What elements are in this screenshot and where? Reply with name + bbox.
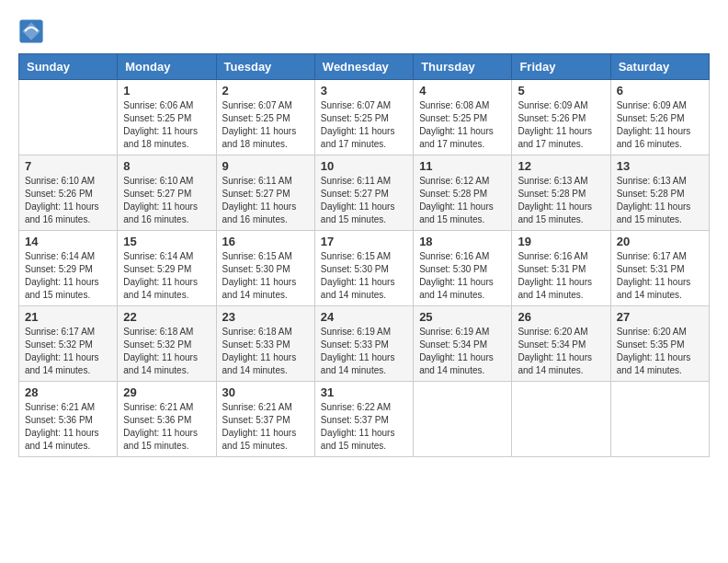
day-number: 22 <box>123 310 210 324</box>
calendar-week-4: 21Sunrise: 6:17 AMSunset: 5:32 PMDayligh… <box>19 306 710 382</box>
day-number: 18 <box>419 235 506 248</box>
calendar-cell: 5Sunrise: 6:09 AMSunset: 5:26 PMDaylight… <box>512 80 610 155</box>
day-detail: Sunrise: 6:09 AMSunset: 5:26 PMDaylight:… <box>518 99 604 151</box>
day-number: 31 <box>321 385 407 399</box>
logo <box>18 18 48 44</box>
calendar-cell: 18Sunrise: 6:16 AMSunset: 5:30 PMDayligh… <box>414 231 512 306</box>
calendar-cell: 30Sunrise: 6:21 AMSunset: 5:37 PMDayligh… <box>216 382 314 457</box>
calendar-cell: 3Sunrise: 6:07 AMSunset: 5:25 PMDaylight… <box>314 80 413 155</box>
day-number: 17 <box>321 235 407 248</box>
day-detail: Sunrise: 6:10 AMSunset: 5:26 PMDaylight:… <box>25 175 111 226</box>
calendar-cell: 25Sunrise: 6:19 AMSunset: 5:34 PMDayligh… <box>414 306 512 382</box>
day-number: 24 <box>321 310 407 324</box>
calendar-table: SundayMondayTuesdayWednesdayThursdayFrid… <box>18 53 710 457</box>
day-number: 7 <box>25 159 111 173</box>
day-number: 15 <box>123 235 210 248</box>
day-header-monday: Monday <box>118 54 216 80</box>
calendar-cell: 14Sunrise: 6:14 AMSunset: 5:29 PMDayligh… <box>19 231 118 306</box>
page-header <box>18 18 710 44</box>
day-number: 5 <box>518 84 604 98</box>
calendar-cell: 19Sunrise: 6:16 AMSunset: 5:31 PMDayligh… <box>512 231 610 306</box>
calendar-week-5: 28Sunrise: 6:21 AMSunset: 5:36 PMDayligh… <box>19 382 710 457</box>
day-number: 30 <box>222 385 309 399</box>
calendar-cell: 4Sunrise: 6:08 AMSunset: 5:25 PMDaylight… <box>414 80 512 155</box>
day-detail: Sunrise: 6:11 AMSunset: 5:27 PMDaylight:… <box>222 175 309 226</box>
day-number: 16 <box>222 235 309 248</box>
day-detail: Sunrise: 6:18 AMSunset: 5:33 PMDaylight:… <box>222 326 309 377</box>
calendar-cell: 20Sunrise: 6:17 AMSunset: 5:31 PMDayligh… <box>610 231 709 306</box>
day-detail: Sunrise: 6:20 AMSunset: 5:35 PMDaylight:… <box>617 326 703 377</box>
day-detail: Sunrise: 6:07 AMSunset: 5:25 PMDaylight:… <box>321 99 407 151</box>
calendar-header: SundayMondayTuesdayWednesdayThursdayFrid… <box>19 54 710 80</box>
calendar-week-3: 14Sunrise: 6:14 AMSunset: 5:29 PMDayligh… <box>19 231 710 306</box>
day-detail: Sunrise: 6:21 AMSunset: 5:36 PMDaylight:… <box>123 401 210 453</box>
day-header-friday: Friday <box>512 54 610 80</box>
calendar-cell: 31Sunrise: 6:22 AMSunset: 5:37 PMDayligh… <box>314 382 413 457</box>
calendar-cell: 1Sunrise: 6:06 AMSunset: 5:25 PMDaylight… <box>118 80 216 155</box>
calendar-cell: 27Sunrise: 6:20 AMSunset: 5:35 PMDayligh… <box>610 306 709 382</box>
calendar-cell: 6Sunrise: 6:09 AMSunset: 5:26 PMDaylight… <box>610 80 709 155</box>
day-detail: Sunrise: 6:19 AMSunset: 5:34 PMDaylight:… <box>419 326 506 377</box>
day-number: 25 <box>419 310 506 324</box>
day-detail: Sunrise: 6:11 AMSunset: 5:27 PMDaylight:… <box>321 175 407 226</box>
day-number: 3 <box>321 84 407 98</box>
day-detail: Sunrise: 6:14 AMSunset: 5:29 PMDaylight:… <box>25 250 111 302</box>
day-number: 8 <box>123 159 210 173</box>
day-number: 27 <box>617 310 703 324</box>
day-number: 28 <box>25 385 111 399</box>
day-number: 2 <box>222 84 309 98</box>
day-number: 1 <box>123 84 210 98</box>
day-header-saturday: Saturday <box>610 54 709 80</box>
day-number: 9 <box>222 159 309 173</box>
day-detail: Sunrise: 6:21 AMSunset: 5:36 PMDaylight:… <box>25 401 111 453</box>
day-detail: Sunrise: 6:16 AMSunset: 5:30 PMDaylight:… <box>419 250 506 302</box>
calendar-cell <box>19 80 118 155</box>
day-detail: Sunrise: 6:06 AMSunset: 5:25 PMDaylight:… <box>123 99 210 151</box>
calendar-cell: 21Sunrise: 6:17 AMSunset: 5:32 PMDayligh… <box>19 306 118 382</box>
header-row: SundayMondayTuesdayWednesdayThursdayFrid… <box>19 54 710 80</box>
day-detail: Sunrise: 6:15 AMSunset: 5:30 PMDaylight:… <box>321 250 407 302</box>
day-header-wednesday: Wednesday <box>314 54 413 80</box>
day-detail: Sunrise: 6:14 AMSunset: 5:29 PMDaylight:… <box>123 250 210 302</box>
day-number: 13 <box>617 159 703 173</box>
calendar-cell: 9Sunrise: 6:11 AMSunset: 5:27 PMDaylight… <box>216 155 314 231</box>
calendar-cell: 15Sunrise: 6:14 AMSunset: 5:29 PMDayligh… <box>118 231 216 306</box>
calendar-cell: 2Sunrise: 6:07 AMSunset: 5:25 PMDaylight… <box>216 80 314 155</box>
calendar-week-2: 7Sunrise: 6:10 AMSunset: 5:26 PMDaylight… <box>19 155 710 231</box>
day-header-tuesday: Tuesday <box>216 54 314 80</box>
calendar-cell <box>512 382 610 457</box>
calendar-cell: 22Sunrise: 6:18 AMSunset: 5:32 PMDayligh… <box>118 306 216 382</box>
day-number: 12 <box>518 159 604 173</box>
calendar-cell <box>610 382 709 457</box>
calendar-cell: 28Sunrise: 6:21 AMSunset: 5:36 PMDayligh… <box>19 382 118 457</box>
calendar-cell <box>414 382 512 457</box>
day-detail: Sunrise: 6:13 AMSunset: 5:28 PMDaylight:… <box>617 175 703 226</box>
day-detail: Sunrise: 6:08 AMSunset: 5:25 PMDaylight:… <box>419 99 506 151</box>
calendar-cell: 8Sunrise: 6:10 AMSunset: 5:27 PMDaylight… <box>118 155 216 231</box>
day-number: 23 <box>222 310 309 324</box>
day-number: 6 <box>617 84 703 98</box>
calendar-cell: 17Sunrise: 6:15 AMSunset: 5:30 PMDayligh… <box>314 231 413 306</box>
day-detail: Sunrise: 6:10 AMSunset: 5:27 PMDaylight:… <box>123 175 210 226</box>
day-detail: Sunrise: 6:22 AMSunset: 5:37 PMDaylight:… <box>321 401 407 453</box>
day-detail: Sunrise: 6:16 AMSunset: 5:31 PMDaylight:… <box>518 250 604 302</box>
day-number: 20 <box>617 235 703 248</box>
calendar-cell: 29Sunrise: 6:21 AMSunset: 5:36 PMDayligh… <box>118 382 216 457</box>
calendar-body: 1Sunrise: 6:06 AMSunset: 5:25 PMDaylight… <box>19 80 710 457</box>
day-detail: Sunrise: 6:18 AMSunset: 5:32 PMDaylight:… <box>123 326 210 377</box>
calendar-cell: 26Sunrise: 6:20 AMSunset: 5:34 PMDayligh… <box>512 306 610 382</box>
calendar-cell: 7Sunrise: 6:10 AMSunset: 5:26 PMDaylight… <box>19 155 118 231</box>
day-detail: Sunrise: 6:19 AMSunset: 5:33 PMDaylight:… <box>321 326 407 377</box>
day-number: 14 <box>25 235 111 248</box>
day-header-sunday: Sunday <box>19 54 118 80</box>
logo-icon <box>18 18 44 44</box>
day-detail: Sunrise: 6:20 AMSunset: 5:34 PMDaylight:… <box>518 326 604 377</box>
calendar-cell: 12Sunrise: 6:13 AMSunset: 5:28 PMDayligh… <box>512 155 610 231</box>
day-header-thursday: Thursday <box>414 54 512 80</box>
calendar-week-1: 1Sunrise: 6:06 AMSunset: 5:25 PMDaylight… <box>19 80 710 155</box>
day-number: 19 <box>518 235 604 248</box>
day-detail: Sunrise: 6:17 AMSunset: 5:31 PMDaylight:… <box>617 250 703 302</box>
day-detail: Sunrise: 6:15 AMSunset: 5:30 PMDaylight:… <box>222 250 309 302</box>
day-detail: Sunrise: 6:21 AMSunset: 5:37 PMDaylight:… <box>222 401 309 453</box>
calendar-cell: 24Sunrise: 6:19 AMSunset: 5:33 PMDayligh… <box>314 306 413 382</box>
